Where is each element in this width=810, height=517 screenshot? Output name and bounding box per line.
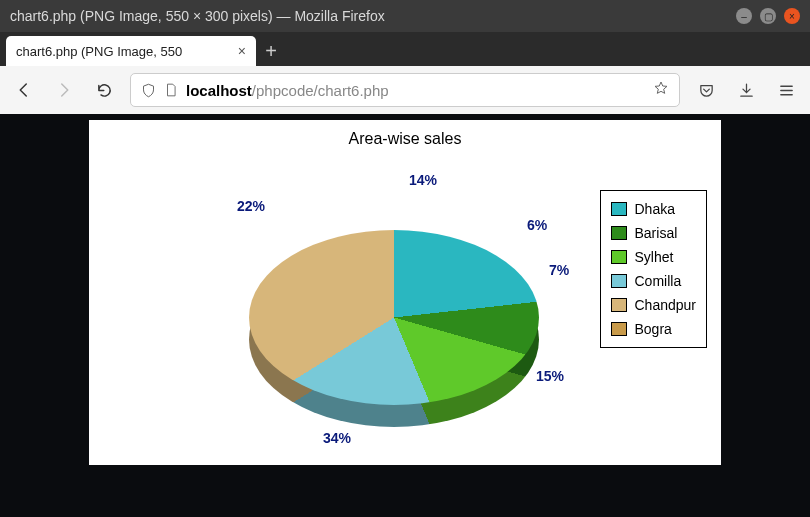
arrow-left-icon — [15, 81, 33, 99]
arrow-right-icon — [55, 81, 73, 99]
forward-button[interactable] — [50, 76, 78, 104]
bookmark-icon[interactable] — [653, 80, 669, 100]
pocket-button[interactable] — [692, 76, 720, 104]
pct-label-bogra: 15% — [536, 368, 564, 384]
legend-item-chandpur: Chandpur — [609, 293, 699, 317]
new-tab-button[interactable]: + — [256, 36, 286, 66]
pct-label-chandpur: 34% — [323, 430, 351, 446]
window-titlebar: chart6.php (PNG Image, 550 × 300 pixels)… — [0, 0, 810, 32]
tab-label: chart6.php (PNG Image, 550 — [16, 44, 230, 59]
pct-label-sylhet: 14% — [409, 172, 437, 188]
menu-button[interactable] — [772, 76, 800, 104]
browser-tab[interactable]: chart6.php (PNG Image, 550 × — [6, 36, 256, 66]
maximize-button[interactable]: ▢ — [760, 8, 776, 24]
close-button[interactable]: × — [784, 8, 800, 24]
page-viewport: Area-wise sales 7% 6% 14% 22% 34% 15% Dh… — [0, 114, 810, 517]
back-button[interactable] — [10, 76, 38, 104]
tab-close-icon[interactable]: × — [238, 43, 246, 59]
reload-button[interactable] — [90, 76, 118, 104]
hamburger-icon — [778, 82, 795, 99]
legend-item-sylhet: Sylhet — [609, 245, 699, 269]
address-bar[interactable]: localhost/phpcode/chart6.php — [130, 73, 680, 107]
page-icon — [164, 83, 178, 97]
downloads-button[interactable] — [732, 76, 760, 104]
chart-image: Area-wise sales 7% 6% 14% 22% 34% 15% Dh… — [89, 120, 721, 465]
download-icon — [738, 82, 755, 99]
window-controls: – ▢ × — [736, 8, 800, 24]
pct-label-comilla: 22% — [237, 198, 265, 214]
legend-item-comilla: Comilla — [609, 269, 699, 293]
legend-item-dhaka: Dhaka — [609, 197, 699, 221]
pct-label-dhaka: 7% — [549, 262, 569, 278]
pct-label-barisal: 6% — [527, 217, 547, 233]
legend: Dhaka Barisal Sylhet Comilla Chandpur Bo… — [600, 190, 708, 348]
url-path: /phpcode/chart6.php — [252, 82, 389, 99]
tab-bar: chart6.php (PNG Image, 550 × + — [0, 32, 810, 66]
url-host: localhost — [186, 82, 252, 99]
chart-title: Area-wise sales — [89, 130, 721, 148]
window-title: chart6.php (PNG Image, 550 × 300 pixels)… — [10, 8, 736, 24]
minimize-button[interactable]: – — [736, 8, 752, 24]
shield-icon[interactable] — [141, 83, 156, 98]
legend-item-bogra: Bogra — [609, 317, 699, 341]
browser-toolbar: localhost/phpcode/chart6.php — [0, 66, 810, 114]
reload-icon — [96, 82, 113, 99]
legend-item-barisal: Barisal — [609, 221, 699, 245]
url-text: localhost/phpcode/chart6.php — [186, 82, 645, 99]
pocket-icon — [698, 82, 715, 99]
